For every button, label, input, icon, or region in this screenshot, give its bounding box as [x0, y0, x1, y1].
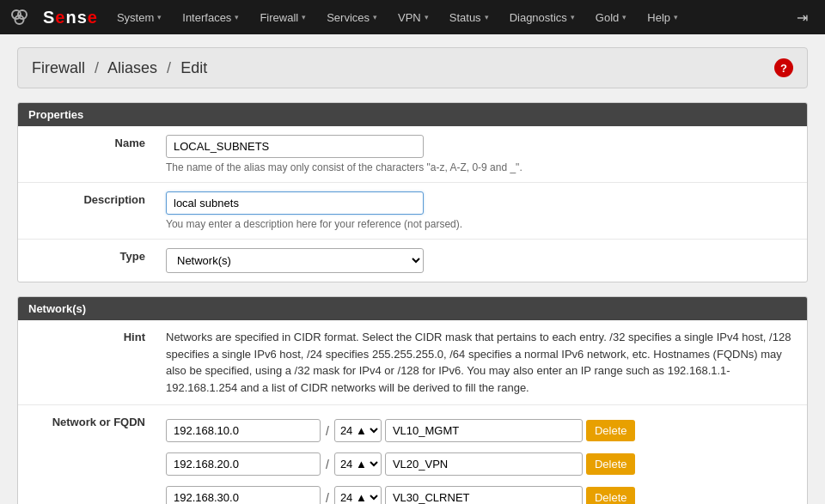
- help-caret-icon: ▾: [674, 13, 678, 21]
- name-input-cell: The name of the alias may only consist o…: [156, 126, 807, 183]
- description-row: Description You may enter a description …: [18, 183, 807, 240]
- description-label: Description: [18, 183, 156, 240]
- properties-form: Name The name of the alias may only cons…: [18, 126, 807, 282]
- vpn-caret-icon: ▾: [425, 13, 429, 21]
- navbar-right: ⇥: [788, 0, 816, 34]
- hint-row: Hint Networks are specified in CIDR form…: [18, 320, 807, 405]
- help-button[interactable]: ?: [774, 58, 793, 77]
- breadcrumb-sep-1: /: [95, 59, 99, 76]
- nav-item-gold[interactable]: Gold ▾: [585, 0, 637, 34]
- name-input[interactable]: [166, 135, 424, 158]
- description-hint: You may enter a description here for you…: [166, 218, 797, 230]
- firewall-caret-icon: ▾: [302, 13, 306, 21]
- nav-item-system[interactable]: System ▾: [107, 0, 172, 34]
- networks-panel: Network(s) Hint Networks are specified i…: [17, 296, 808, 504]
- slash-icon-0: /: [324, 424, 331, 438]
- network-row-1: / 24 ▲▼ Delete: [166, 447, 797, 481]
- logout-button[interactable]: ⇥: [788, 0, 816, 34]
- properties-heading: Properties: [18, 103, 807, 126]
- network-row-0: / 24 ▲▼ Delete: [166, 414, 797, 447]
- type-row: Type Network(s) Host(s) Port(s) URL URL …: [18, 240, 807, 282]
- properties-panel: Properties Name The name of the alias ma…: [17, 102, 808, 282]
- network-ip-2[interactable]: [166, 486, 321, 504]
- network-rows-cell: / 24 ▲▼ Delete / 24 ▲▼: [156, 405, 807, 505]
- breadcrumb: Firewall / Aliases / Edit: [32, 59, 207, 77]
- logout-icon: ⇥: [797, 9, 808, 26]
- description-input-cell: You may enter a description here for you…: [156, 183, 807, 240]
- page-content: Firewall / Aliases / Edit ? Properties N…: [0, 34, 825, 504]
- network-ip-1[interactable]: [166, 452, 321, 476]
- breadcrumb-sep-2: /: [167, 59, 171, 76]
- services-caret-icon: ▾: [373, 13, 377, 21]
- nav-item-services[interactable]: Services ▾: [316, 0, 388, 34]
- nav-item-firewall[interactable]: Firewall ▾: [249, 0, 316, 34]
- name-label: Name: [18, 126, 156, 183]
- system-caret-icon: ▾: [157, 13, 162, 21]
- nav-item-status[interactable]: Status ▾: [439, 0, 499, 34]
- slash-icon-1: /: [324, 458, 331, 471]
- gold-caret-icon: ▾: [622, 13, 626, 21]
- interfaces-caret-icon: ▾: [235, 13, 239, 21]
- delete-button-0[interactable]: Delete: [586, 420, 636, 441]
- name-hint: The name of the alias may only consist o…: [166, 161, 797, 173]
- diagnostics-caret-icon: ▾: [571, 13, 575, 21]
- delete-button-2[interactable]: Delete: [586, 487, 636, 504]
- name-row: Name The name of the alias may only cons…: [18, 126, 807, 183]
- network-fqdn-label: Network or FQDN: [18, 405, 156, 505]
- network-ip-0[interactable]: [166, 419, 321, 442]
- delete-button-1[interactable]: Delete: [586, 453, 636, 475]
- hint-label: Hint: [18, 320, 156, 405]
- brand-logo-container[interactable]: Sense: [9, 5, 98, 29]
- type-label: Type: [18, 240, 156, 282]
- nav-item-interfaces[interactable]: Interfaces ▾: [172, 0, 249, 34]
- breadcrumb-current: Edit: [180, 59, 207, 76]
- breadcrumb-bar: Firewall / Aliases / Edit ?: [17, 47, 808, 88]
- breadcrumb-firewall[interactable]: Firewall: [32, 59, 85, 76]
- nav-item-diagnostics[interactable]: Diagnostics ▾: [499, 0, 585, 34]
- nav-item-help[interactable]: Help ▾: [637, 0, 688, 34]
- network-rows-row: Network or FQDN / 24 ▲▼ Delete: [18, 405, 807, 505]
- cidr-select-2[interactable]: 24 ▲▼: [334, 486, 382, 504]
- brand-name: Sense: [43, 8, 98, 27]
- networks-heading: Network(s): [18, 297, 807, 320]
- navbar: Sense System ▾ Interfaces ▾ Firewall ▾ S…: [0, 0, 825, 34]
- hint-text-cell: Networks are specified in CIDR format. S…: [156, 320, 807, 405]
- network-desc-0[interactable]: [385, 419, 583, 442]
- cidr-select-0[interactable]: 24 ▲▼: [334, 419, 382, 442]
- type-select[interactable]: Network(s) Host(s) Port(s) URL URL Table…: [166, 248, 424, 273]
- networks-form: Hint Networks are specified in CIDR form…: [18, 320, 807, 504]
- cidr-select-1[interactable]: 24 ▲▼: [334, 452, 382, 476]
- description-input[interactable]: [166, 191, 424, 215]
- slash-icon-2: /: [324, 491, 331, 505]
- navbar-menu: System ▾ Interfaces ▾ Firewall ▾ Service…: [107, 0, 788, 34]
- type-input-cell: Network(s) Host(s) Port(s) URL URL Table…: [156, 240, 807, 282]
- network-row-2: / 24 ▲▼ Delete: [166, 481, 797, 504]
- breadcrumb-aliases[interactable]: Aliases: [107, 59, 157, 76]
- network-desc-2[interactable]: [385, 486, 583, 504]
- hint-text: Networks are specified in CIDR format. S…: [166, 329, 797, 396]
- status-caret-icon: ▾: [485, 13, 489, 21]
- nav-item-vpn[interactable]: VPN ▾: [388, 0, 439, 34]
- network-desc-1[interactable]: [385, 452, 583, 476]
